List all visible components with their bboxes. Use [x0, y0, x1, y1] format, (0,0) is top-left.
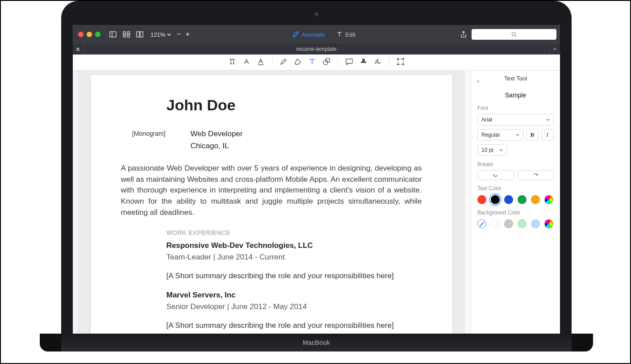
text-color-custom[interactable] [544, 195, 553, 204]
selection-icon[interactable] [397, 58, 405, 67]
svg-rect-2 [123, 32, 125, 34]
thumbnails-icon[interactable] [121, 29, 132, 40]
svg-point-10 [323, 60, 328, 65]
svg-rect-7 [140, 32, 143, 37]
sidebar-toggle-icon[interactable] [108, 29, 118, 40]
thumbnail-gutter[interactable] [73, 71, 78, 334]
resume-name: John Doe [167, 95, 422, 116]
text-color-swatches [477, 195, 554, 204]
svg-rect-6 [137, 32, 139, 37]
scrollbar[interactable] [464, 71, 471, 334]
window-fullscreen[interactable] [95, 32, 100, 37]
svg-rect-3 [127, 32, 130, 34]
device-label: MacBook [61, 334, 572, 351]
zoom-in-button[interactable]: + [185, 30, 190, 39]
job-entry: Responsive Web-Dev Technologies, LLC Tea… [167, 240, 422, 263]
signature-icon[interactable] [374, 58, 382, 67]
two-page-icon[interactable] [134, 29, 145, 40]
panel-collapse-icon[interactable]: » [476, 78, 480, 84]
bg-color-none[interactable] [477, 219, 486, 228]
font-label: Font [477, 105, 554, 111]
text-style-icon[interactable] [228, 58, 236, 67]
annotation-toolbar [73, 54, 560, 71]
job-entry: Marvel Servers, Inc Senior Developer | J… [167, 290, 422, 312]
font-family-select[interactable]: Arial [477, 114, 554, 126]
annotate-mode-button[interactable]: Annotate [288, 31, 329, 38]
svg-rect-12 [346, 59, 352, 63]
bg-color-blue[interactable] [531, 219, 540, 228]
resume-location: Chicago, IL [191, 141, 243, 151]
job-summary: [A Short summary describing the role and… [167, 320, 422, 331]
edit-mode-button[interactable]: Edit [332, 31, 359, 38]
bg-color-label: Background Color [477, 209, 554, 216]
text-color-label: Text Color [477, 185, 554, 192]
bg-color-white[interactable] [491, 219, 500, 228]
window-close[interactable] [78, 32, 84, 37]
rotate-label: Rotate [477, 161, 554, 167]
zoom-out-button[interactable]: − [176, 30, 181, 39]
job-summary: [A Short summary describing the role and… [167, 271, 422, 281]
search-input[interactable] [472, 29, 556, 40]
eraser-icon[interactable] [294, 58, 302, 67]
tab-bar: resume-template + [73, 44, 560, 54]
bg-color-gray[interactable] [504, 219, 513, 228]
note-icon[interactable] [345, 58, 353, 67]
highlight-icon[interactable] [242, 58, 251, 67]
chevron-down-icon [167, 31, 171, 38]
resume-role: Web Developer [191, 129, 243, 139]
text-color-red[interactable] [477, 195, 486, 204]
text-color-black[interactable] [491, 195, 500, 204]
bg-color-custom[interactable] [544, 219, 553, 228]
resume-summary: A passionate Web Developer with over 5 y… [121, 163, 422, 218]
text-sample: Sample [477, 92, 554, 99]
svg-rect-17 [398, 59, 403, 64]
rotate-cw-button[interactable] [518, 170, 554, 180]
text-color-green[interactable] [518, 195, 527, 204]
document-area[interactable]: John Doe [Monogram] Web Developer Chicag… [78, 71, 464, 334]
bg-color-green[interactable] [518, 219, 527, 228]
shape-icon[interactable] [322, 58, 330, 67]
window-minimize[interactable] [87, 32, 92, 37]
text-tool-icon[interactable] [308, 58, 316, 67]
panel-title: » Text Tool [477, 75, 554, 85]
bold-button[interactable]: B [526, 129, 539, 141]
main-toolbar: 121% − + Annotate Edit [73, 25, 560, 44]
svg-rect-0 [110, 32, 116, 37]
inspector-panel: » Text Tool Sample Font Arial Regular B … [471, 71, 560, 334]
font-size-select[interactable]: 10 pt [477, 144, 507, 156]
section-work-experience: WORK EXPERIENCE [167, 229, 422, 238]
text-color-orange[interactable] [531, 195, 540, 204]
tab-title[interactable]: resume-template [84, 46, 549, 52]
document-page: John Doe [Monogram] Web Developer Chicag… [91, 75, 452, 334]
italic-button[interactable]: I [541, 129, 554, 141]
svg-line-9 [515, 35, 516, 37]
text-color-blue[interactable] [504, 195, 513, 204]
underline-icon[interactable] [257, 58, 265, 67]
stamp-icon[interactable] [359, 58, 368, 67]
svg-rect-5 [127, 35, 130, 37]
rotate-ccw-button[interactable] [477, 170, 514, 180]
pen-icon[interactable] [280, 58, 288, 67]
zoom-value: 121% [150, 31, 165, 38]
zoom-control[interactable]: 121% − + [150, 30, 190, 39]
camera [314, 12, 318, 16]
svg-rect-4 [123, 35, 125, 37]
svg-point-8 [512, 33, 516, 36]
monogram-placeholder: [Monogram] [121, 129, 166, 138]
tab-add-button[interactable]: + [549, 44, 560, 54]
share-icon[interactable] [458, 29, 469, 40]
font-style-select[interactable]: Regular [477, 129, 523, 141]
bg-color-swatches [477, 219, 554, 228]
tab-close-button[interactable] [73, 44, 84, 54]
